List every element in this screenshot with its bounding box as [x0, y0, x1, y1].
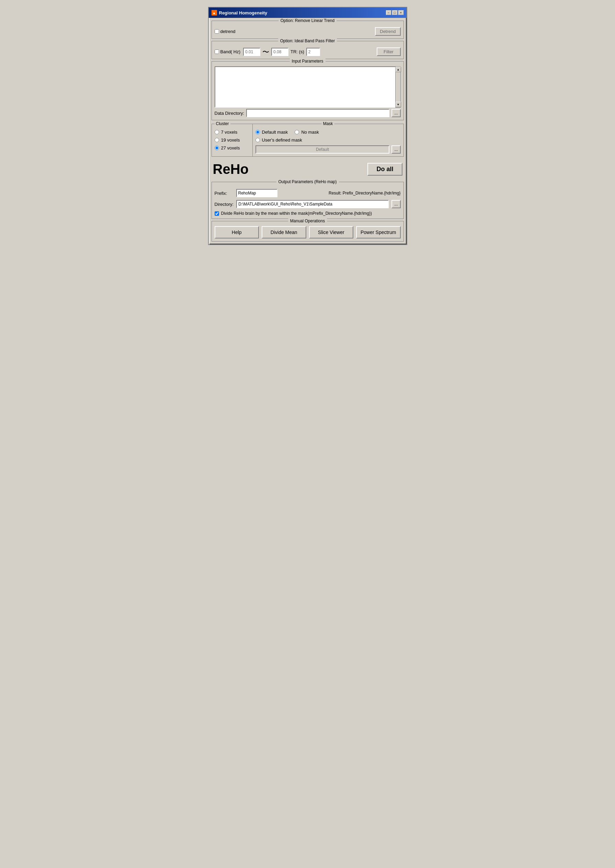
default-mask-input[interactable]	[256, 145, 390, 153]
prefix-input[interactable]	[236, 189, 278, 197]
filter-button[interactable]: Filter	[377, 47, 401, 56]
no-mask-label[interactable]: No mask	[295, 130, 318, 135]
window-body: Option: Remove Linear Trend detrend Detr…	[209, 18, 407, 244]
reho-doall-row: ReHo Do all	[212, 159, 404, 180]
title-bar: ▲ Regional Homogeneity − □ ×	[209, 8, 407, 18]
close-button[interactable]: ×	[398, 10, 404, 15]
divide-checkbox-row: Divide ReHo brain by the mean within the…	[215, 211, 401, 216]
directory-input[interactable]	[236, 200, 389, 208]
detrend-content: detrend Detrend	[215, 27, 401, 36]
high-freq-input[interactable]	[271, 48, 289, 56]
reho-label: ReHo	[213, 161, 248, 177]
tr-label: TR: (s)	[290, 49, 304, 54]
do-all-button[interactable]: Do all	[367, 163, 402, 175]
detrend-checkbox[interactable]	[215, 29, 219, 34]
manual-ops-buttons: Help Divide Mean Slice Viewer Power Spec…	[215, 226, 401, 238]
manual-ops-label: Manual Operations	[288, 219, 327, 224]
mask-options: Default mask No mask User's defined mask	[256, 130, 401, 153]
mask-browse-btn[interactable]: ...	[392, 145, 400, 153]
scroll-down-btn[interactable]: ▼	[396, 102, 401, 107]
bandpass-section: Option: Ideal Band Pass Filter Band( Hz)…	[212, 41, 404, 59]
bandpass-content: Band( Hz) 〜 TR: (s) Filter	[215, 47, 401, 56]
directory-row: Directory: ...	[215, 200, 401, 208]
mask-section: Mask Default mask No mask	[253, 124, 404, 157]
maximize-button[interactable]: □	[392, 10, 398, 15]
mask-top-row: Default mask No mask	[256, 130, 401, 135]
cluster-label: Cluster	[215, 121, 230, 126]
user-mask-label[interactable]: User's defined mask	[256, 138, 401, 142]
data-dir-browse[interactable]: ...	[392, 109, 400, 117]
cluster-7-label[interactable]: 7 voxels	[215, 130, 250, 135]
bandpass-section-label: Option: Ideal Band Pass Filter	[278, 39, 337, 43]
scrollbar: ▲ ▼	[395, 66, 401, 108]
manual-ops-section: Manual Operations Help Divide Mean Slice…	[212, 221, 404, 242]
textarea-wrapper: ▲ ▼	[215, 66, 401, 108]
help-button[interactable]: Help	[215, 226, 259, 238]
band-checkbox-label[interactable]: Band( Hz)	[215, 49, 241, 54]
output-params-section: Output Parameters (ReHo map) Prefix: Res…	[212, 182, 404, 219]
user-mask-radio[interactable]	[256, 138, 260, 142]
power-spectrum-button[interactable]: Power Spectrum	[356, 226, 401, 238]
data-dir-label: Data Directory:	[215, 111, 245, 116]
cluster-19-radio[interactable]	[215, 138, 219, 142]
cluster-27-label[interactable]: 27 voxels	[215, 145, 250, 150]
detrend-section: Option: Remove Linear Trend detrend Detr…	[212, 20, 404, 39]
minimize-button[interactable]: −	[386, 10, 392, 15]
no-mask-radio[interactable]	[295, 130, 299, 135]
cluster-section: Cluster 7 voxels 19 voxels 27 voxels	[212, 124, 253, 157]
output-params-label: Output Parameters (ReHo map)	[276, 179, 339, 184]
detrend-button[interactable]: Detrend	[375, 27, 400, 36]
input-params-textarea[interactable]	[215, 66, 401, 108]
slice-viewer-button[interactable]: Slice Viewer	[309, 226, 354, 238]
app-icon: ▲	[212, 10, 217, 16]
tilde-icon: 〜	[262, 48, 269, 55]
filter-row: 〜 TR: (s) Filter	[243, 47, 400, 56]
default-mask-label[interactable]: Default mask	[256, 130, 288, 135]
scroll-track	[396, 72, 400, 102]
prefix-row: Prefix: Result: Prefix_DirectoryName.{hd…	[215, 189, 401, 197]
cluster-mask-row: Cluster 7 voxels 19 voxels 27 voxels	[212, 124, 404, 157]
data-dir-row: Data Directory: ...	[215, 109, 401, 117]
window-title: Regional Homogeneity	[219, 10, 267, 16]
divide-checkbox[interactable]	[215, 211, 219, 216]
scroll-up-btn[interactable]: ▲	[396, 67, 401, 72]
mask-label: Mask	[322, 121, 334, 126]
title-bar-left: ▲ Regional Homogeneity	[212, 10, 267, 16]
divide-label: Divide ReHo brain by the mean within the…	[221, 211, 372, 216]
data-dir-input[interactable]	[246, 109, 389, 117]
directory-label: Directory:	[215, 202, 234, 207]
result-info: Result: Prefix_DirectoryName.{hdr/img}	[329, 191, 400, 195]
input-params-label: Input Parameters	[289, 59, 325, 64]
default-mask-radio[interactable]	[256, 130, 260, 135]
detrend-section-label: Option: Remove Linear Trend	[278, 18, 337, 23]
tr-input[interactable]	[306, 48, 320, 56]
divide-mean-button[interactable]: Divide Mean	[262, 226, 306, 238]
input-params-section: Input Parameters ▲ ▼ Data Directory: ...	[212, 61, 404, 120]
detrend-checkbox-label[interactable]: detrend	[215, 29, 236, 34]
main-window: ▲ Regional Homogeneity − □ × Option: Rem…	[208, 7, 407, 245]
cluster-19-label[interactable]: 19 voxels	[215, 138, 250, 142]
low-freq-input[interactable]	[243, 48, 260, 56]
default-mask-input-row: ...	[256, 145, 401, 153]
band-checkbox[interactable]	[215, 50, 219, 54]
prefix-label: Prefix:	[215, 191, 234, 196]
cluster-7-radio[interactable]	[215, 130, 219, 135]
cluster-27-radio[interactable]	[215, 146, 219, 150]
window-controls: − □ ×	[386, 10, 404, 15]
directory-browse-btn[interactable]: ...	[392, 200, 400, 208]
cluster-radio-group: 7 voxels 19 voxels 27 voxels	[215, 130, 250, 150]
